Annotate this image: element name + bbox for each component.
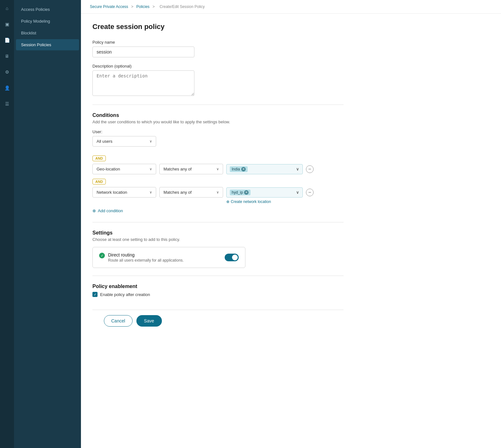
user-section: User: All users ∨ bbox=[92, 129, 344, 147]
settings-title: Settings bbox=[92, 230, 344, 236]
condition-value-1-tag: India ✕ bbox=[230, 166, 248, 172]
list-icon[interactable]: ☰ bbox=[2, 99, 12, 109]
condition-match-2-dropdown[interactable]: Matches any of ∨ bbox=[159, 187, 223, 198]
direct-routing-desc: Route all users externally for all appli… bbox=[108, 258, 184, 263]
sidebar-item-policy-modeling[interactable]: Policy Modeling bbox=[16, 16, 79, 27]
description-label: Description (optional) bbox=[92, 64, 344, 69]
sidebar-item-access-policies[interactable]: Access Policies bbox=[16, 4, 79, 15]
condition-value-1-chevron: ∨ bbox=[296, 167, 299, 171]
breadcrumb: Secure Private Access > Policies > Creat… bbox=[81, 0, 501, 14]
user-dropdown-chevron: ∨ bbox=[149, 139, 152, 143]
condition-value-1-dropdown[interactable]: India ✕ ∨ bbox=[226, 164, 303, 174]
page-title: Create session policy bbox=[92, 23, 344, 31]
policy-name-input[interactable] bbox=[92, 47, 194, 57]
settings-section: Settings Choose at least one setting to … bbox=[92, 230, 344, 268]
condition-type-1-value: Geo-location bbox=[97, 167, 120, 171]
policy-enablement-section: Policy enablement ✓ Enable policy after … bbox=[92, 284, 344, 297]
breadcrumb-sep1: > bbox=[131, 4, 133, 9]
sidebar-item-blocklist[interactable]: Blocklist bbox=[16, 27, 79, 39]
direct-routing-toggle[interactable] bbox=[225, 254, 239, 261]
enable-policy-row: ✓ Enable policy after creation bbox=[92, 292, 344, 297]
breadcrumb-root[interactable]: Secure Private Access bbox=[90, 4, 128, 9]
conditions-title: Conditions bbox=[92, 112, 344, 118]
add-condition-icon: ⊕ bbox=[92, 208, 96, 213]
add-condition-button[interactable]: ⊕ Add condition bbox=[92, 207, 123, 214]
direct-routing-text: Direct routing Route all users externall… bbox=[108, 252, 184, 263]
condition-type-1-chevron: ∨ bbox=[149, 167, 152, 171]
and-badge-2: AND bbox=[92, 179, 106, 184]
condition-value-2-chevron: ∨ bbox=[296, 190, 299, 195]
file-icon[interactable]: 📄 bbox=[2, 35, 12, 45]
gear-icon[interactable]: ⚙ bbox=[2, 67, 12, 77]
settings-desc: Choose at least one setting to add to th… bbox=[92, 237, 344, 242]
user-dropdown-value: All users bbox=[97, 139, 113, 144]
direct-routing-title: Direct routing bbox=[108, 252, 184, 257]
condition-value-2-remove[interactable]: ✕ bbox=[244, 190, 249, 195]
breadcrumb-sep2: > bbox=[152, 4, 155, 9]
condition-row-2: Network location ∨ Matches any of ∨ hyd_… bbox=[92, 187, 344, 198]
policy-enablement-title: Policy enablement bbox=[92, 284, 344, 289]
navigation-sidebar: Access Policies Policy Modeling Blocklis… bbox=[14, 0, 81, 448]
layout-icon[interactable]: ▣ bbox=[2, 19, 12, 29]
condition-value-1-remove[interactable]: ✕ bbox=[241, 167, 246, 171]
conditions-desc: Add the user conditions to which you wou… bbox=[92, 119, 344, 124]
condition-type-2-chevron: ∨ bbox=[149, 190, 152, 194]
condition-row-1: Geo-location ∨ Matches any of ∨ India ✕ … bbox=[92, 164, 344, 174]
policy-name-label: Policy name bbox=[92, 40, 344, 45]
condition-match-1-dropdown[interactable]: Matches any of ∨ bbox=[159, 164, 223, 174]
enable-policy-label: Enable policy after creation bbox=[100, 292, 150, 297]
condition-value-2-tag-text: hyd_ip bbox=[232, 190, 243, 195]
remove-condition-1-button[interactable]: − bbox=[306, 165, 314, 173]
and-badge-1: AND bbox=[92, 155, 106, 161]
sidebar-item-session-policies[interactable]: Session Policies bbox=[16, 39, 79, 50]
policy-name-section: Policy name bbox=[92, 40, 344, 57]
condition-type-2-dropdown[interactable]: Network location ∨ bbox=[92, 187, 156, 198]
condition-value-2-dropdown[interactable]: hyd_ip ✕ ∨ bbox=[226, 187, 303, 198]
user-label: User: bbox=[92, 129, 344, 134]
breadcrumb-current: Create/Edit Session Policy bbox=[160, 4, 205, 9]
direct-routing-info: ✓ Direct routing Route all users externa… bbox=[99, 252, 184, 263]
icon-sidebar: ⌂ ▣ 📄 🖥 ⚙ 👤 ☰ bbox=[0, 0, 14, 448]
home-icon[interactable]: ⌂ bbox=[2, 3, 12, 13]
condition-value-2-tag: hyd_ip ✕ bbox=[230, 190, 250, 195]
cancel-button[interactable]: Cancel bbox=[104, 315, 133, 327]
condition-match-1-chevron: ∨ bbox=[216, 167, 219, 171]
footer-actions: Cancel Save bbox=[92, 310, 344, 332]
create-network-location-link[interactable]: ⊕ Create network location bbox=[226, 199, 344, 204]
condition-type-2-value: Network location bbox=[97, 190, 127, 195]
condition-match-2-value: Matches any of bbox=[163, 190, 192, 195]
create-link-label: Create network location bbox=[231, 199, 271, 204]
conditions-section: Conditions Add the user conditions to wh… bbox=[92, 112, 344, 214]
description-section: Description (optional) bbox=[92, 64, 344, 97]
add-condition-label: Add condition bbox=[98, 208, 123, 213]
condition-match-2-chevron: ∨ bbox=[216, 190, 219, 194]
save-button[interactable]: Save bbox=[136, 315, 162, 327]
direct-routing-check-icon: ✓ bbox=[99, 253, 105, 258]
sidebar-nav: Access Policies Policy Modeling Blocklis… bbox=[14, 0, 81, 448]
condition-match-1-value: Matches any of bbox=[163, 167, 192, 171]
user-icon[interactable]: 👤 bbox=[2, 83, 12, 93]
direct-routing-card: ✓ Direct routing Route all users externa… bbox=[92, 247, 245, 268]
user-dropdown[interactable]: All users ∨ bbox=[92, 136, 156, 147]
condition-value-1-tag-text: India bbox=[232, 167, 240, 171]
breadcrumb-policies[interactable]: Policies bbox=[136, 4, 149, 9]
main-content: Secure Private Access > Policies > Creat… bbox=[81, 0, 501, 448]
enable-policy-checkbox[interactable]: ✓ bbox=[92, 292, 98, 297]
remove-condition-2-button[interactable]: − bbox=[306, 189, 314, 196]
create-link-plus: ⊕ bbox=[226, 199, 229, 204]
monitor-icon[interactable]: 🖥 bbox=[2, 51, 12, 61]
form-content: Create session policy Policy name Descri… bbox=[81, 14, 355, 341]
description-input[interactable] bbox=[92, 70, 194, 96]
condition-type-1-dropdown[interactable]: Geo-location ∨ bbox=[92, 164, 156, 174]
